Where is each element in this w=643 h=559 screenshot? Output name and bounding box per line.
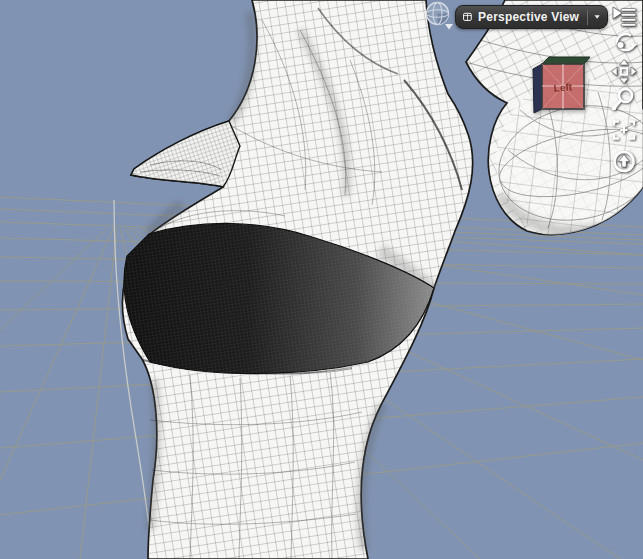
- button-separator: [587, 10, 588, 25]
- view-cube-top-face: [542, 57, 590, 64]
- orbit-tool-button[interactable]: [608, 31, 640, 58]
- dolly-zoom-tool-button[interactable]: [608, 86, 640, 113]
- viewport-3d[interactable]: Left Perspective View: [0, 0, 643, 559]
- pan-tool-button[interactable]: [608, 58, 640, 85]
- aim-tool-button[interactable]: [608, 148, 640, 175]
- frame-tool-button[interactable]: [608, 117, 640, 144]
- window-grid-icon: [463, 9, 472, 25]
- globe-dropdown-arrow-icon: [445, 24, 453, 30]
- viewport-options-button[interactable]: [608, 4, 640, 31]
- view-selector-label: Perspective View: [478, 10, 579, 24]
- scene-canvas[interactable]: Left: [0, 0, 643, 559]
- view-cube-left-face: [533, 64, 542, 113]
- view-selector-button[interactable]: Perspective View: [455, 5, 608, 29]
- view-cube[interactable]: Left: [533, 57, 590, 113]
- view-globe-icon[interactable]: [424, 1, 454, 31]
- view-cube-label: Left: [553, 81, 573, 94]
- chevron-down-icon[interactable]: [594, 13, 600, 21]
